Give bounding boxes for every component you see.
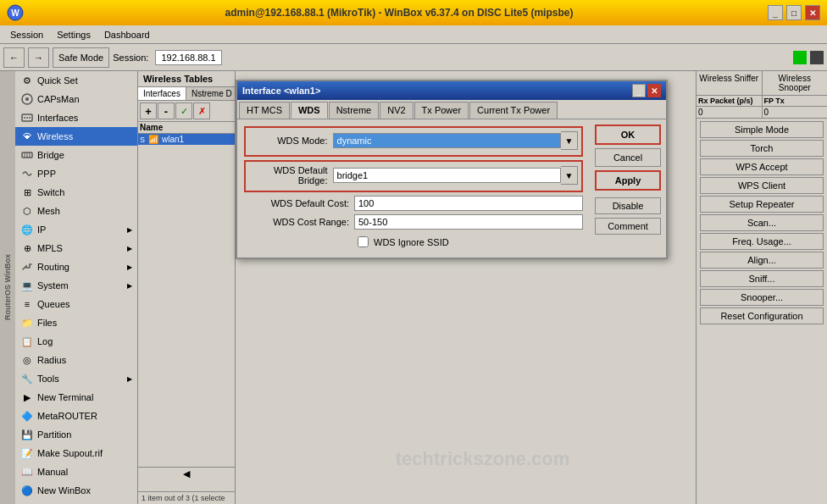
tab-wds[interactable]: WDS (291, 102, 328, 119)
sidebar-item-tools[interactable]: 🔧 Tools ▶ (15, 369, 137, 388)
tab-nstreme-d[interactable]: Nstreme D (186, 87, 235, 100)
sidebar-item-switch[interactable]: ⊞ Switch (15, 183, 137, 202)
wps-accept-button[interactable]: WPS Accept (700, 158, 824, 175)
minimize-button[interactable]: _ (768, 5, 783, 20)
align-button[interactable]: Align... (700, 252, 824, 269)
snooper-button[interactable]: Snooper... (700, 289, 824, 306)
tab-tx-power[interactable]: Tx Power (414, 102, 469, 119)
queues-icon: ≡ (20, 297, 34, 311)
session-value: 192.168.88.1 (155, 50, 221, 65)
tab-interfaces[interactable]: Interfaces (138, 87, 186, 100)
wds-range-input[interactable] (354, 214, 583, 230)
sidebar-item-wireless[interactable]: Wireless (15, 127, 137, 146)
dialog-minimize-button[interactable]: _ (632, 84, 646, 97)
wireless-snooper-button[interactable]: Wireless Snooper (763, 71, 828, 95)
switch-icon: ⊞ (20, 186, 34, 199)
freq-usage-button[interactable]: Freq. Usage... (700, 233, 824, 250)
sidebar-item-make-supout[interactable]: 📝 Make Supout.rif (15, 444, 137, 462)
cancel-button[interactable]: Cancel (595, 148, 661, 167)
wt-table-header: Name (138, 122, 235, 134)
ppp-icon (20, 167, 34, 180)
sidebar-item-interfaces[interactable]: Interfaces (15, 108, 137, 127)
sidebar-item-quick-set[interactable]: ⚙ Quick Set (15, 71, 137, 90)
wds-cost-input[interactable] (354, 196, 583, 211)
window-controls: _ □ ✕ (768, 5, 820, 20)
scroll-left[interactable]: ◀ (138, 467, 235, 480)
sidebar-item-manual[interactable]: 📖 Manual (15, 462, 137, 481)
menu-session[interactable]: Session (3, 28, 50, 42)
forward-button[interactable]: → (28, 47, 49, 68)
maximize-button[interactable]: □ (786, 5, 802, 20)
svg-point-3 (25, 97, 29, 101)
sidebar-item-log[interactable]: 📋 Log (15, 332, 137, 351)
wireless-sniffer-button[interactable]: Wireless Sniffer (697, 71, 763, 95)
tab-nv2[interactable]: NV2 (380, 102, 413, 119)
safe-mode-button[interactable]: Safe Mode (53, 47, 109, 68)
wt-row-wlan1[interactable]: S 📶 wlan1 (138, 134, 235, 145)
dialog-close-button[interactable]: ✕ (647, 84, 661, 97)
routing-arrow: ▶ (127, 263, 132, 271)
sidebar-item-new-winbox[interactable]: 🔵 New WinBox (15, 481, 137, 500)
simple-mode-button[interactable]: Simple Mode (700, 121, 824, 138)
wds-ignore-ssid-checkbox[interactable] (358, 236, 369, 247)
wt-footer: 1 item out of 3 (1 selecte (138, 491, 235, 504)
apply-button[interactable]: Apply (595, 170, 661, 191)
main-layout: RouterOS WinBox ⚙ Quick Set CAPsMan Inte… (0, 71, 827, 504)
routeros-label: RouterOS WinBox (0, 71, 15, 504)
wds-mode-dropdown[interactable]: ▼ (561, 131, 578, 150)
ok-button[interactable]: OK (595, 125, 661, 145)
wireless-tables-title: Wireless Tables (138, 71, 235, 87)
sidebar-item-files[interactable]: 📁 Files (15, 313, 137, 332)
sidebar-item-ip[interactable]: 🌐 IP ▶ (15, 220, 137, 239)
back-button[interactable]: ← (3, 47, 25, 68)
partition-icon: 💾 (20, 428, 34, 441)
add-button[interactable]: + (140, 102, 157, 119)
wds-mode-field: dynamic ▼ (333, 131, 578, 150)
sidebar-item-new-terminal[interactable]: ▶ New Terminal (15, 388, 137, 407)
sidebar-item-system[interactable]: 💻 System ▶ (15, 276, 137, 295)
sidebar-item-bridge[interactable]: Bridge (15, 146, 137, 164)
torch-button[interactable]: Torch (700, 140, 824, 157)
svg-text:W: W (11, 8, 19, 18)
dialog-body: WDS Mode: dynamic ▼ WDS Default Bridge: (237, 119, 666, 258)
wds-bridge-field: bridge1 ▼ (333, 166, 578, 185)
tab-current-tx-power[interactable]: Current Tx Power (469, 102, 558, 119)
check-button[interactable]: ✓ (175, 102, 192, 119)
disable-button[interactable]: Disable (595, 197, 661, 214)
wps-client-button[interactable]: WPS Client (700, 177, 824, 194)
wds-bridge-dropdown[interactable]: ▼ (561, 166, 578, 185)
tab-nstreme[interactable]: Nstreme (329, 102, 380, 119)
wds-mode-select[interactable]: dynamic (333, 133, 561, 148)
menu-settings[interactable]: Settings (50, 28, 97, 42)
mesh-icon: ⬡ (20, 204, 34, 218)
mpls-arrow: ▶ (127, 245, 132, 252)
menubar: Session Settings Dashboard (0, 25, 827, 44)
tab-ht-mcs[interactable]: HT MCS (239, 102, 290, 119)
sidebar-item-capsman[interactable]: CAPsMan (15, 90, 137, 108)
sidebar-item-ppp[interactable]: PPP (15, 164, 137, 183)
sidebar-item-queues[interactable]: ≡ Queues (15, 295, 137, 313)
setup-repeater-button[interactable]: Setup Repeater (700, 196, 824, 213)
sidebar-item-mpls[interactable]: ⊕ MPLS ▶ (15, 239, 137, 258)
bridge-icon (20, 148, 34, 162)
sidebar-item-partition[interactable]: 💾 Partition (15, 425, 137, 444)
dialog-title: Interface <wlan1> (242, 86, 632, 96)
remove-button[interactable]: - (158, 102, 175, 119)
reset-config-button[interactable]: Reset Configuration (700, 307, 824, 324)
wireless-tables-tabs: Interfaces Nstreme D (138, 87, 235, 101)
sidebar-item-metarouter[interactable]: 🔷 MetaROUTER (15, 407, 137, 425)
dialog-tabs: HT MCS WDS Nstreme NV2 Tx Power Current … (237, 100, 666, 119)
routing-icon (20, 260, 34, 274)
comment-button[interactable]: Comment (595, 218, 661, 235)
sidebar-item-routing[interactable]: Routing ▶ (15, 258, 137, 276)
wireless-tables-panel: Wireless Tables Interfaces Nstreme D + -… (138, 71, 236, 504)
cross-button[interactable]: ✗ (193, 102, 210, 119)
wds-bridge-select[interactable]: bridge1 (333, 168, 561, 183)
sniff-button[interactable]: Sniff... (700, 270, 824, 287)
sidebar-item-radius[interactable]: ◎ Radius (15, 351, 137, 369)
wds-range-label: WDS Cost Range: (244, 217, 354, 227)
scan-button[interactable]: Scan... (700, 214, 824, 231)
menu-dashboard[interactable]: Dashboard (97, 28, 157, 42)
sidebar-item-mesh[interactable]: ⬡ Mesh (15, 202, 137, 220)
close-button[interactable]: ✕ (805, 5, 820, 20)
